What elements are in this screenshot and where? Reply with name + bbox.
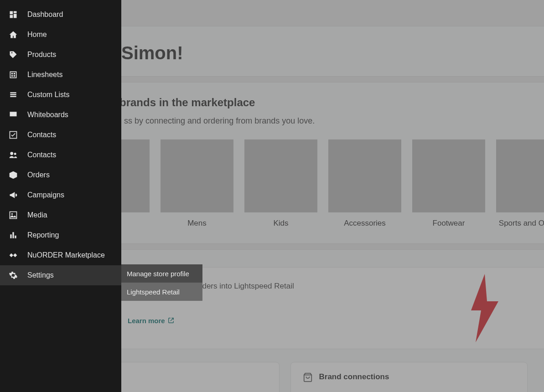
linesheets-icon bbox=[8, 70, 18, 80]
svg-point-5 bbox=[10, 152, 13, 155]
handshake-icon bbox=[8, 250, 18, 260]
sidebar-item-reporting[interactable]: Reporting bbox=[0, 225, 121, 245]
check-list-icon bbox=[8, 130, 18, 140]
svg-rect-7 bbox=[10, 212, 17, 219]
sidebar-item-contacts[interactable]: Contacts bbox=[0, 125, 121, 145]
sidebar-item-label: NuORDER Marketplace bbox=[27, 251, 105, 259]
sidebar-item-dashboard[interactable]: Dashboard bbox=[0, 5, 121, 25]
sidebar-item-orders[interactable]: Orders bbox=[0, 165, 121, 185]
sidebar-item-label: Custom Lists bbox=[27, 91, 69, 99]
sidebar-item-label: Linesheets bbox=[27, 71, 62, 79]
sidebar-item-label: Whiteboards bbox=[27, 111, 68, 119]
svg-rect-0 bbox=[11, 73, 13, 74]
megaphone-icon bbox=[8, 190, 18, 200]
sidebar-item-marketplace[interactable]: NuORDER Marketplace bbox=[0, 245, 121, 265]
svg-point-8 bbox=[11, 213, 13, 215]
sidebar-item-products[interactable]: Products bbox=[0, 45, 121, 65]
gear-icon bbox=[8, 270, 18, 280]
sidebar-item-label: Contacts bbox=[27, 151, 56, 159]
whiteboard-icon bbox=[8, 110, 18, 120]
image-icon bbox=[8, 210, 18, 220]
sidebar-item-contacts-2[interactable]: Contacts bbox=[0, 145, 121, 165]
sidebar-item-label: Settings bbox=[27, 271, 54, 279]
sidebar-item-whiteboards[interactable]: Whiteboards bbox=[0, 105, 121, 125]
settings-flyout: Manage store profile Lightspeed Retail bbox=[121, 264, 202, 301]
sidebar-item-label: Products bbox=[27, 51, 56, 59]
sidebar-item-custom-lists[interactable]: Custom Lists bbox=[0, 85, 121, 105]
tag-icon bbox=[8, 50, 18, 60]
sidebar-item-label: Contacts bbox=[27, 131, 56, 139]
dashboard-icon bbox=[8, 10, 18, 20]
sidebar-item-label: Reporting bbox=[27, 231, 59, 239]
svg-rect-1 bbox=[14, 73, 15, 74]
home-icon bbox=[8, 30, 18, 40]
sidebar-item-media[interactable]: Media bbox=[0, 205, 121, 225]
flyout-item-lightspeed-retail[interactable]: Lightspeed Retail bbox=[121, 283, 202, 301]
box-icon bbox=[8, 170, 18, 180]
sidebar: Dashboard Home Products Linesheets Custo… bbox=[0, 0, 121, 392]
list-icon bbox=[8, 90, 18, 100]
sidebar-item-linesheets[interactable]: Linesheets bbox=[0, 65, 121, 85]
sidebar-item-home[interactable]: Home bbox=[0, 25, 121, 45]
svg-point-6 bbox=[14, 153, 16, 155]
sidebar-item-label: Home bbox=[27, 31, 47, 39]
svg-rect-3 bbox=[14, 75, 15, 77]
flyout-item-manage-store-profile[interactable]: Manage store profile bbox=[121, 264, 202, 283]
sidebar-item-label: Campaigns bbox=[27, 191, 64, 199]
svg-rect-2 bbox=[11, 75, 13, 77]
people-icon bbox=[8, 150, 18, 160]
sidebar-item-label: Orders bbox=[27, 171, 50, 179]
flyout-item-label: Manage store profile bbox=[127, 270, 189, 278]
flyout-item-label: Lightspeed Retail bbox=[127, 288, 180, 296]
sidebar-item-campaigns[interactable]: Campaigns bbox=[0, 185, 121, 205]
sidebar-item-label: Dashboard bbox=[27, 10, 63, 19]
sidebar-item-settings[interactable]: Settings bbox=[0, 265, 121, 285]
bar-chart-icon bbox=[8, 230, 18, 240]
sidebar-item-label: Media bbox=[27, 211, 47, 219]
